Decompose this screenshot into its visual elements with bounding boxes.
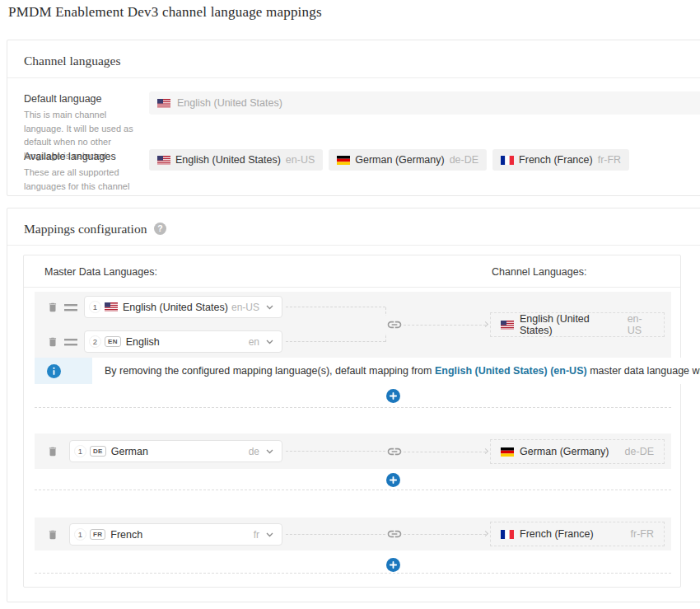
fr-flag-icon xyxy=(501,156,514,165)
language-code: en-US xyxy=(231,302,259,313)
plus-icon[interactable] xyxy=(386,389,400,403)
available-languages-label: Available languages xyxy=(24,151,147,162)
info-banner-content: By removing the configured mapping langu… xyxy=(92,358,700,384)
plus-icon[interactable] xyxy=(386,473,400,487)
channel-language-name: French (France) xyxy=(520,528,594,540)
available-languages-label-group: Available languages These are all suppor… xyxy=(24,151,147,193)
chip-code: en-US xyxy=(286,154,315,166)
channel-language-code: en-US xyxy=(628,313,654,336)
channel-language-code: fr-FR xyxy=(631,528,654,540)
language-name: German xyxy=(111,446,148,457)
default-language-label: Default language xyxy=(24,93,147,105)
link-icon xyxy=(385,443,404,461)
add-mapping-row xyxy=(35,384,671,408)
question-mark-circle-icon[interactable] xyxy=(154,223,166,235)
language-badge: EN xyxy=(105,336,121,347)
mappings-configuration-heading: Mappings configuration xyxy=(24,222,166,237)
channel-language-box: English (United States) en-US xyxy=(490,312,665,337)
channel-language-name: English (United States) xyxy=(520,313,616,336)
divider xyxy=(7,77,700,78)
connector-line xyxy=(286,341,385,342)
chevron-down-icon xyxy=(266,305,273,310)
channel-languages-card: Channel languages Default language This … xyxy=(7,40,700,196)
page-title: PMDM Enablement Dev3 channel language ma… xyxy=(8,4,322,21)
language-name: English xyxy=(126,336,160,348)
drag-handle-icon[interactable] xyxy=(64,302,77,313)
row-number: 1 xyxy=(74,528,86,541)
de-flag-icon xyxy=(337,156,350,165)
chevron-down-icon xyxy=(266,340,273,344)
channel-languages-column-header: Channel Languages: xyxy=(492,266,586,278)
chip-code: de-DE xyxy=(450,154,478,166)
trash-icon[interactable] xyxy=(47,335,58,349)
master-data-languages-column-header: Master Data Languages: xyxy=(44,266,157,278)
add-mapping-row xyxy=(35,469,671,490)
master-language-select[interactable]: 1 FR French fr xyxy=(69,523,282,546)
chip-name: English (United States) xyxy=(175,154,281,166)
connector-line xyxy=(286,451,385,452)
language-chip-en-us: English (United States) en-US xyxy=(149,149,323,171)
channel-languages-heading: Channel languages xyxy=(24,54,121,68)
info-icon xyxy=(47,364,61,378)
mappings-configuration-card: Mappings configuration Master Data Langu… xyxy=(7,208,700,602)
add-mapping-row xyxy=(35,550,671,574)
connector-line xyxy=(286,307,385,307)
language-chip-fr-fr: French (France) fr-FR xyxy=(492,149,629,171)
channel-language-box: German (Germany) de-DE xyxy=(490,439,665,464)
available-languages-chips: English (United States) en-US German (Ge… xyxy=(149,149,629,171)
channel-language-code: de-DE xyxy=(625,446,654,457)
banner-text-before: By removing the configured mapping langu… xyxy=(105,365,435,377)
de-flag-icon xyxy=(501,447,514,457)
link-icon xyxy=(385,525,404,543)
banner-link-text: English (United States) (en-US) xyxy=(435,365,587,377)
trash-icon[interactable] xyxy=(47,445,58,458)
language-name: French xyxy=(110,529,142,541)
trash-icon[interactable] xyxy=(47,301,58,314)
link-icon xyxy=(385,316,404,334)
language-code: fr xyxy=(254,529,259,541)
connector-line xyxy=(286,534,385,535)
info-banner-icon-cell xyxy=(35,358,92,384)
mapping-group-french: 1 FR French fr French (France) xyxy=(35,518,671,550)
chip-name: French (France) xyxy=(519,154,593,166)
language-code: en xyxy=(249,336,259,348)
available-languages-help: These are all supported languages for th… xyxy=(24,166,147,193)
language-code: de xyxy=(249,446,259,457)
channel-language-box: French (France) fr-FR xyxy=(490,522,665,546)
fr-flag-icon xyxy=(501,530,514,539)
chevron-down-icon xyxy=(266,532,273,537)
default-language-field: English (United States) xyxy=(149,91,700,115)
language-badge: FR xyxy=(90,529,105,540)
divider xyxy=(7,245,700,246)
mappings-panel: Master Data Languages: Channel Languages… xyxy=(23,255,681,588)
mapping-group-english: 1 English (United States) en-US 2 EN xyxy=(35,292,671,358)
master-language-select[interactable]: 1 DE German de xyxy=(69,440,282,462)
mapping-group-german: 1 DE German de German (Germany) xyxy=(35,433,671,469)
row-number: 1 xyxy=(89,301,101,313)
chip-name: German (Germany) xyxy=(355,154,444,166)
channel-language-name: German (Germany) xyxy=(520,446,609,457)
banner-text-after: master data language will be active. xyxy=(587,365,700,377)
chip-code: fr-FR xyxy=(598,154,621,166)
row-number: 1 xyxy=(74,445,86,457)
channel-language-mappings-page: PMDM Enablement Dev3 channel language ma… xyxy=(0,0,700,609)
mappings-heading-text: Mappings configuration xyxy=(24,222,147,236)
us-flag-icon xyxy=(501,321,514,330)
us-flag-icon xyxy=(157,156,170,165)
master-language-select[interactable]: 2 EN English en xyxy=(84,330,282,353)
chevron-down-icon xyxy=(266,449,273,454)
row-number: 2 xyxy=(89,335,101,348)
divider xyxy=(24,287,680,288)
language-name: English (United States) xyxy=(123,302,228,313)
default-language-value: English (United States) xyxy=(177,97,282,109)
arrow-head-icon xyxy=(483,321,488,327)
connector-arrow-line xyxy=(404,534,486,535)
drag-handle-icon[interactable] xyxy=(64,336,77,348)
info-banner: By removing the configured mapping langu… xyxy=(35,358,671,384)
trash-icon[interactable] xyxy=(47,528,58,541)
language-badge: DE xyxy=(90,446,106,457)
plus-icon[interactable] xyxy=(386,558,400,572)
us-flag-icon xyxy=(157,99,170,108)
us-flag-icon xyxy=(105,302,118,312)
master-language-select[interactable]: 1 English (United States) en-US xyxy=(84,296,282,318)
